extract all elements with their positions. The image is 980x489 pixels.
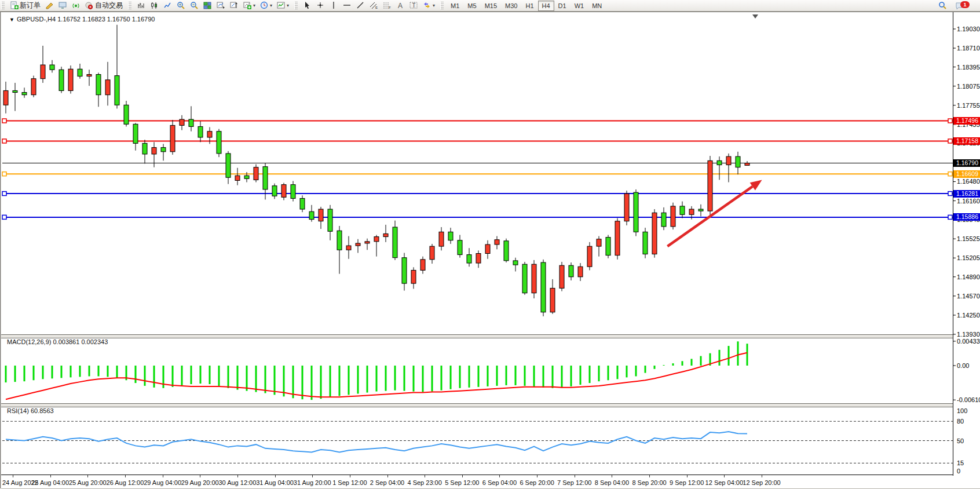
candle-up[interactable] <box>726 156 731 165</box>
line-handle[interactable] <box>948 119 952 123</box>
vertical-line-button[interactable] <box>327 0 341 11</box>
zoom-out-button[interactable] <box>188 0 201 11</box>
candle-up[interactable] <box>180 119 184 125</box>
notification-badge[interactable]: 1 <box>960 1 970 8</box>
candle-down[interactable] <box>124 105 129 124</box>
candle-down[interactable] <box>699 209 703 211</box>
candle-down[interactable] <box>300 198 305 209</box>
candle-down[interactable] <box>393 227 397 258</box>
candle-up[interactable] <box>652 213 657 254</box>
candle-down[interactable] <box>736 156 740 167</box>
candle-down[interactable] <box>96 75 101 95</box>
toolbar-grip[interactable] <box>440 2 444 9</box>
shapes-button[interactable]: ▾ <box>420 0 437 11</box>
candle-down[interactable] <box>328 209 332 231</box>
candle-up[interactable] <box>708 160 712 211</box>
candle-down[interactable] <box>59 70 64 90</box>
timeframe-H4[interactable]: H4 <box>538 1 554 11</box>
line-handle[interactable] <box>948 139 952 143</box>
candle-up[interactable] <box>624 194 629 221</box>
candle-down[interactable] <box>458 240 462 255</box>
fibonacci-button[interactable]: F <box>381 0 394 11</box>
candle-up[interactable] <box>495 240 499 244</box>
candle-down[interactable] <box>569 265 573 277</box>
indicators-button[interactable]: ▾ <box>275 0 291 11</box>
candle-up[interactable] <box>411 270 416 283</box>
candle-down[interactable] <box>606 238 610 256</box>
candle-up[interactable] <box>31 79 36 95</box>
auto-arrange-button[interactable] <box>214 0 228 11</box>
bar-chart-button[interactable] <box>134 0 148 11</box>
candle-up[interactable] <box>105 80 110 95</box>
candle-up[interactable] <box>550 288 555 312</box>
timeframe-MN[interactable]: MN <box>588 1 606 11</box>
trendline-button[interactable] <box>354 0 367 11</box>
autotrading-button[interactable]: 自动交易 <box>83 0 125 11</box>
chart-plot[interactable] <box>1 12 980 488</box>
new-chart-button[interactable]: ▾ <box>241 0 258 11</box>
zoom-in-button[interactable] <box>174 0 188 11</box>
timeframe-H1[interactable]: H1 <box>521 1 537 11</box>
candle-down[interactable] <box>634 192 638 232</box>
candle-down[interactable] <box>189 119 193 126</box>
line-handle[interactable] <box>948 172 952 176</box>
candle-up[interactable] <box>671 206 675 227</box>
timeframe-M30[interactable]: M30 <box>501 1 521 11</box>
candle-up[interactable] <box>254 167 258 180</box>
candle-up[interactable] <box>485 244 490 254</box>
candle-down[interactable] <box>402 258 407 283</box>
candle-up[interactable] <box>3 90 8 105</box>
line-handle[interactable] <box>2 172 6 176</box>
horizontal-line-button[interactable] <box>341 0 354 11</box>
toolbar-grip[interactable] <box>1 2 5 9</box>
market-watch-button[interactable] <box>56 0 70 11</box>
candle-down[interactable] <box>198 126 203 137</box>
candle-up[interactable] <box>281 185 286 198</box>
line-handle[interactable] <box>2 139 6 143</box>
line-handle[interactable] <box>948 192 952 196</box>
candle-up[interactable] <box>689 209 694 214</box>
candle-up[interactable] <box>87 75 92 76</box>
timeframe-W1[interactable]: W1 <box>571 1 588 11</box>
candle-down[interactable] <box>337 231 342 250</box>
candle-up[interactable] <box>207 132 212 137</box>
candle-down[interactable] <box>226 154 231 177</box>
candle-up[interactable] <box>235 176 240 180</box>
candle-down[interactable] <box>467 255 471 263</box>
candle-up[interactable] <box>383 233 388 236</box>
candle-up[interactable] <box>356 243 360 246</box>
candle-down[interactable] <box>161 148 166 152</box>
candle-up[interactable] <box>170 125 175 151</box>
trend-arrow-head[interactable] <box>750 180 762 190</box>
candle-up[interactable] <box>476 253 481 263</box>
candle-up[interactable] <box>68 69 73 90</box>
candle-up[interactable] <box>439 232 444 246</box>
styler-button[interactable] <box>43 0 56 11</box>
signals-button[interactable] <box>70 0 83 11</box>
candle-up[interactable] <box>597 239 601 246</box>
candle-down[interactable] <box>680 206 685 214</box>
candle-up[interactable] <box>430 246 434 260</box>
line-handle[interactable] <box>2 119 6 123</box>
symbol-dropdown-icon[interactable]: ▼ <box>9 17 14 23</box>
search-button[interactable] <box>936 0 949 11</box>
crosshair-button[interactable] <box>314 0 327 11</box>
notifications-button[interactable]: 1 <box>953 0 977 11</box>
track-chart-button[interactable] <box>228 0 241 11</box>
text-label-button[interactable]: T <box>407 0 420 11</box>
timeframe-M5[interactable]: M5 <box>463 1 480 11</box>
candle-up[interactable] <box>745 163 749 165</box>
candle-down[interactable] <box>142 143 147 154</box>
chart-shift-marker[interactable] <box>752 14 758 19</box>
candle-up[interactable] <box>152 148 156 154</box>
candle-down[interactable] <box>50 65 54 70</box>
line-chart-button[interactable] <box>161 0 174 11</box>
candle-down[interactable] <box>115 76 119 105</box>
profiles-button[interactable]: ▾ <box>258 0 275 11</box>
candle-down[interactable] <box>513 261 518 265</box>
candle-down[interactable] <box>13 90 17 92</box>
candle-up[interactable] <box>346 246 351 250</box>
candle-up[interactable] <box>532 264 536 293</box>
candle-up[interactable] <box>578 267 583 277</box>
candlestick-chart-button[interactable] <box>148 0 161 11</box>
